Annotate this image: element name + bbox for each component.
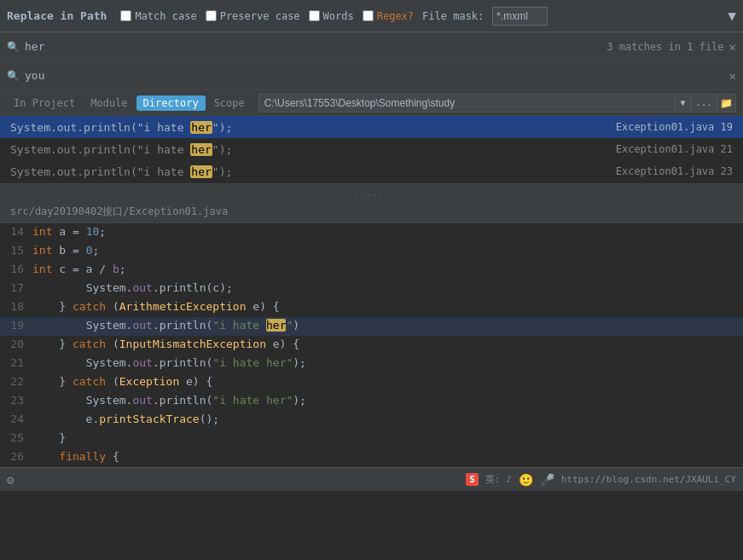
result-file-21: Exception01.java 21 bbox=[616, 143, 733, 155]
line-num-19: 19 bbox=[0, 317, 32, 332]
regex-checkbox[interactable]: Regex? bbox=[363, 10, 414, 22]
code-line-15: 15 int b = 0; bbox=[0, 242, 743, 261]
result-code-21: System.out.println("i hate her"); bbox=[10, 143, 232, 156]
line-content-17: System.out.println(c); bbox=[32, 280, 233, 294]
line-content-21: System.out.println("i hate her"); bbox=[32, 355, 306, 369]
line-content-25: } bbox=[32, 430, 66, 444]
words-input[interactable] bbox=[309, 10, 320, 21]
emoji-icon[interactable]: 🙂 bbox=[519, 473, 533, 487]
line-content-20: } catch (InputMismatchException e) { bbox=[32, 336, 299, 350]
line-content-14: int a = 10; bbox=[32, 223, 106, 238]
match-count: 3 matches in 1 file bbox=[607, 41, 723, 53]
bottom-left: ⚙ bbox=[7, 473, 14, 487]
s-badge: S bbox=[466, 473, 479, 486]
results-list: System.out.println("i hate her"); Except… bbox=[0, 116, 743, 184]
url-text: https://blog.csdn.net/JXAULi_CY bbox=[561, 474, 736, 485]
words-label: Words bbox=[323, 10, 354, 22]
line-num-16: 16 bbox=[0, 261, 32, 275]
line-content-16: int c = a / b; bbox=[32, 261, 126, 275]
find-row: 🔍 3 matches in 1 file ✕ bbox=[0, 32, 743, 61]
file-path: src/day20190402接口/Exception01.java bbox=[10, 205, 228, 219]
line-num-15: 15 bbox=[0, 242, 32, 257]
regex-input[interactable] bbox=[363, 10, 374, 21]
code-line-26: 26 finally { bbox=[0, 448, 743, 467]
result-suffix-19: "); bbox=[212, 121, 232, 134]
tab-module[interactable]: Module bbox=[84, 95, 134, 111]
file-mask-label: File mask: bbox=[422, 10, 484, 22]
line-num-26: 26 bbox=[0, 448, 32, 463]
code-line-24: 24 e.printStackTrace(); bbox=[0, 411, 743, 430]
match-case-checkbox[interactable]: Match case bbox=[120, 10, 196, 22]
divider: ...... bbox=[0, 184, 743, 201]
code-line-14: 14 int a = 10; bbox=[0, 223, 743, 242]
match-case-input[interactable] bbox=[120, 10, 131, 21]
result-suffix-21: "); bbox=[212, 143, 232, 156]
result-highlight-23: her bbox=[190, 165, 212, 178]
result-prefix-21: System.out.println("i hate bbox=[10, 143, 190, 156]
result-row-21[interactable]: System.out.println("i hate her"); Except… bbox=[0, 138, 743, 160]
code-line-19: 19 System.out.println("i hate her") bbox=[0, 317, 743, 336]
clear-replace-icon[interactable]: ✕ bbox=[729, 69, 736, 83]
path-input[interactable] bbox=[258, 94, 676, 113]
line-num-24: 24 bbox=[0, 411, 32, 425]
watermark-text: 英: ♪ bbox=[485, 473, 512, 486]
tab-directory[interactable]: Directory bbox=[136, 95, 206, 111]
match-case-label: Match case bbox=[135, 10, 196, 22]
preserve-case-input[interactable] bbox=[206, 10, 217, 21]
code-line-25: 25 } bbox=[0, 430, 743, 448]
search-icon-find: 🔍 bbox=[7, 41, 20, 53]
open-dir-btn[interactable]: 📁 bbox=[717, 94, 736, 113]
replace-input[interactable] bbox=[25, 69, 724, 82]
path-extra-btn[interactable]: ... bbox=[691, 94, 717, 113]
find-input[interactable] bbox=[25, 40, 601, 53]
result-row-23[interactable]: System.out.println("i hate her"); Except… bbox=[0, 160, 743, 182]
search-icon-replace: 🔍 bbox=[7, 70, 20, 82]
line-num-20: 20 bbox=[0, 336, 32, 350]
preserve-case-checkbox[interactable]: Preserve case bbox=[206, 10, 300, 22]
tab-in-project[interactable]: In Project bbox=[7, 95, 82, 111]
regex-question: ? bbox=[408, 10, 414, 22]
top-bar: Replace in Path Match case Preserve case… bbox=[0, 0, 743, 32]
scope-row: In Project Module Directory Scope ▼ ... … bbox=[0, 90, 743, 116]
result-highlight-19: her bbox=[190, 121, 212, 134]
line-content-26: finally { bbox=[32, 448, 119, 463]
result-code-19: System.out.println("i hate her"); bbox=[10, 121, 232, 134]
line-num-23: 23 bbox=[0, 392, 32, 407]
preserve-case-label: Preserve case bbox=[220, 10, 300, 22]
result-code-23: System.out.println("i hate her"); bbox=[10, 165, 232, 178]
code-line-17: 17 System.out.println(c); bbox=[0, 280, 743, 298]
code-line-16: 16 int c = a / b; bbox=[0, 261, 743, 280]
code-line-20: 20 } catch (InputMismatchException e) { bbox=[0, 336, 743, 355]
path-dropdown-btn[interactable]: ▼ bbox=[676, 94, 691, 113]
code-editor: 14 int a = 10; 15 int b = 0; 16 int c = … bbox=[0, 223, 743, 467]
code-line-21: 21 System.out.println("i hate her"); bbox=[0, 355, 743, 373]
clear-find-icon[interactable]: ✕ bbox=[729, 40, 736, 54]
result-highlight-21: her bbox=[190, 143, 212, 156]
line-num-25: 25 bbox=[0, 430, 32, 444]
file-mask-input[interactable] bbox=[492, 7, 548, 26]
result-prefix-19: System.out.println("i hate bbox=[10, 121, 190, 134]
line-num-17: 17 bbox=[0, 280, 32, 294]
result-row-19[interactable]: System.out.println("i hate her"); Except… bbox=[0, 116, 743, 138]
line-num-22: 22 bbox=[0, 373, 32, 388]
result-suffix-23: "); bbox=[212, 165, 232, 178]
regex-label: Regex? bbox=[377, 10, 414, 22]
code-line-18: 18 } catch (ArithmeticException e) { bbox=[0, 298, 743, 317]
line-num-21: 21 bbox=[0, 355, 32, 369]
line-content-24: e.printStackTrace(); bbox=[32, 411, 219, 425]
code-line-23: 23 System.out.println("i hate her"); bbox=[0, 392, 743, 411]
result-prefix-23: System.out.println("i hate bbox=[10, 165, 190, 178]
filter-icon[interactable]: ▼ bbox=[728, 8, 736, 24]
bottom-right: S 英: ♪ 🙂 🎤 https://blog.csdn.net/JXAULi_… bbox=[466, 473, 736, 487]
code-line-22: 22 } catch (Exception e) { bbox=[0, 373, 743, 392]
line-num-14: 14 bbox=[0, 223, 32, 238]
line-content-22: } catch (Exception e) { bbox=[32, 373, 212, 388]
words-checkbox[interactable]: Words bbox=[309, 10, 354, 22]
mic-icon[interactable]: 🎤 bbox=[540, 473, 554, 487]
tab-scope[interactable]: Scope bbox=[207, 95, 252, 111]
path-input-wrap: ▼ ... 📁 bbox=[258, 94, 736, 113]
bottom-bar: ⚙ S 英: ♪ 🙂 🎤 https://blog.csdn.net/JXAUL… bbox=[0, 467, 743, 491]
line-content-18: } catch (ArithmeticException e) { bbox=[32, 298, 280, 313]
gear-icon[interactable]: ⚙ bbox=[7, 473, 14, 487]
result-file-19: Exception01.java 19 bbox=[616, 121, 733, 133]
